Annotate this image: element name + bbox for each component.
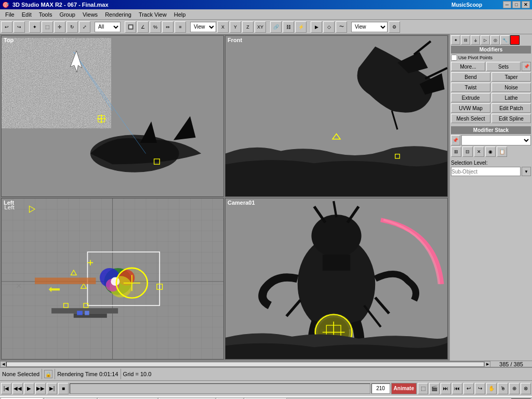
status-divider-3 [121,369,121,379]
stack-dropdown[interactable] [461,135,531,145]
close-button[interactable]: ✕ [522,1,530,8]
anim-icon-7[interactable]: ✋ [486,383,497,394]
view-dropdown[interactable]: View [190,22,216,32]
modifiers-section: Modifiers Use Pivot Points More... Sets … [451,46,531,124]
snap-percent[interactable]: % [150,21,161,33]
menu-track-view[interactable]: Track View [136,10,170,19]
scroll-right-arrow[interactable]: ▶ [484,361,490,367]
modify-icon[interactable]: ⊟ [461,35,470,45]
sub-object-input[interactable] [451,167,521,176]
time-slider[interactable] [70,383,370,394]
stack-icon-1[interactable]: ⊞ [451,147,461,157]
anim-icon-9[interactable]: ⊕ [509,383,520,394]
material-button[interactable]: ◇ [323,21,335,33]
extrude-button[interactable]: Extrude [451,93,490,102]
anim-icon-6[interactable]: ↪ [475,383,485,394]
animate-button[interactable]: Animate [391,383,417,394]
viewport-top[interactable]: Top [1,35,224,197]
none-selected-label: None Selected [2,371,39,377]
move-button[interactable]: ✛ [54,21,65,33]
menu-views[interactable]: Views [79,10,101,19]
lathe-button[interactable]: Lathe [491,93,531,102]
coordinates-display: 385 / 385 [490,361,532,367]
unlink-button[interactable]: ⛓ [283,21,294,33]
stack-icon-4[interactable]: ◉ [485,147,496,157]
axis-x[interactable]: X [217,21,229,33]
title-bar-controls[interactable]: ─ □ ✕ [503,1,530,8]
stack-icon-3[interactable]: ✕ [474,147,484,157]
minimize-button[interactable]: ─ [503,1,511,8]
view-dropdown2[interactable]: View [351,22,388,32]
anim-icon-2[interactable]: 🎬 [429,383,440,394]
anim-icon-8[interactable]: 🖱 [498,383,508,394]
frame-input[interactable]: 210 [371,383,390,394]
snap-toggle[interactable]: 🔲 [125,21,136,33]
anim-prev-key[interactable]: |◀ [1,383,11,394]
lock-icon[interactable]: 🔒 [44,370,52,378]
stack-icon-2[interactable]: ⊟ [462,147,473,157]
menu-file[interactable]: File [2,10,18,19]
anim-play[interactable]: ▶ [24,383,34,394]
scroll-left-arrow[interactable]: ◀ [0,361,6,367]
viewport-camera[interactable]: Camera01 [225,198,448,360]
render-button[interactable]: ▶ [311,21,322,33]
snap-angle[interactable]: ∠ [137,21,149,33]
stack-pin-btn[interactable]: 📌 [451,135,460,145]
link-button[interactable]: 🔗 [270,21,282,33]
utilities-icon[interactable]: 🔧 [500,35,510,45]
anim-icon-4[interactable]: ⏮ [452,383,462,394]
bind-button[interactable]: ⚡ [295,21,307,33]
axis-xy[interactable]: XY [255,21,266,33]
sets-button[interactable]: Sets [486,62,521,71]
anim-next-frame[interactable]: ▶▶ [35,383,46,394]
mesh-select-button[interactable]: Mesh Select [451,114,490,123]
stack-icon-5[interactable]: 📋 [497,147,507,157]
menu-group[interactable]: Group [56,10,78,19]
curve-button[interactable]: 〜 [336,21,347,33]
align-button[interactable]: ≡ [175,21,186,33]
redo-button[interactable]: ↪ [14,21,25,33]
menu-rendering[interactable]: Rendering [102,10,135,19]
scale-button[interactable]: ⤢ [79,21,90,33]
filter-dropdown[interactable]: All [95,22,121,32]
anim-icon-5[interactable]: ↩ [463,383,474,394]
create-icon[interactable]: ✦ [451,35,460,45]
anim-prev-frame[interactable]: ◀◀ [12,383,23,394]
taper-button[interactable]: Taper [491,72,531,82]
anim-next-key[interactable]: ▶| [47,383,57,394]
noise-button[interactable]: Noise [491,83,531,92]
edit-patch-button[interactable]: Edit Patch [491,103,531,113]
selection-dropdown[interactable]: ▼ [522,167,531,176]
menu-edit[interactable]: Edit [19,10,35,19]
viewport-config[interactable]: ⚙ [389,21,400,33]
more-button[interactable]: More... [451,62,485,71]
axis-z[interactable]: Z [242,21,254,33]
anim-stop[interactable]: ■ [58,383,69,394]
hierarchy-icon[interactable]: ⚶ [471,35,480,45]
color-swatch[interactable] [510,35,520,45]
select-region-button[interactable]: ⬚ [42,21,53,33]
scroll-track[interactable] [6,362,484,367]
motion-icon[interactable]: ▷ [481,35,490,45]
edit-spline-button[interactable]: Edit Spline [491,114,531,123]
twist-button[interactable]: Twist [451,83,490,92]
mirror-button[interactable]: ⇔ [162,21,174,33]
anim-icon-3[interactable]: ⏭ [441,383,451,394]
viewport-front[interactable]: Front [225,35,448,197]
use-pivot-checkbox[interactable] [451,55,457,61]
anim-icon-10[interactable]: ⊗ [521,383,531,394]
menu-help[interactable]: Help [171,10,189,19]
axis-y[interactable]: Y [230,21,241,33]
display-icon[interactable]: ◎ [490,35,500,45]
anim-icon-1[interactable]: ⬚ [418,383,428,394]
viewport-left[interactable]: ✕ Left Left [1,198,224,360]
undo-button[interactable]: ↩ [1,21,12,33]
maximize-button[interactable]: □ [512,1,521,8]
rotate-button[interactable]: ↻ [66,21,78,33]
pin-button[interactable]: 📌 [522,62,531,71]
bend-button[interactable]: Bend [451,72,490,82]
uvw-map-button[interactable]: UVW Map [451,103,490,113]
menu-tools[interactable]: Tools [36,10,56,19]
select-button[interactable]: ✦ [29,21,41,33]
status-divider-1 [42,369,42,379]
